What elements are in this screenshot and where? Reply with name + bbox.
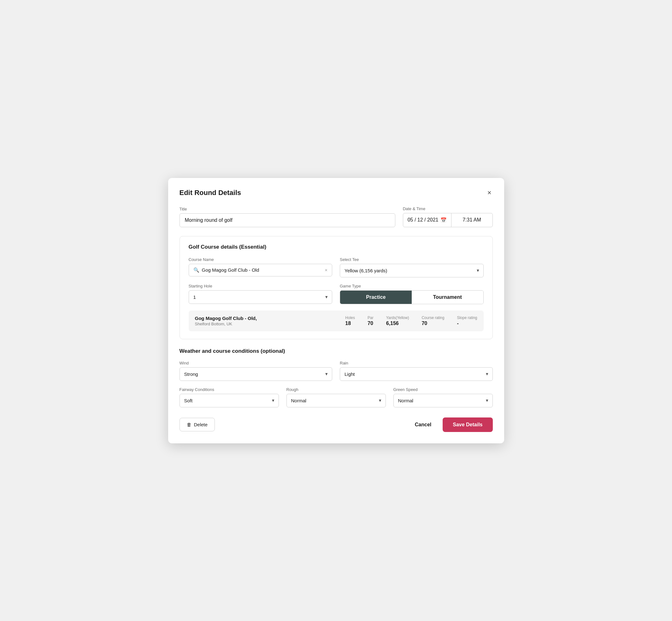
- green-speed-group: Green Speed Slow Normal Fast Very Fast ▾: [393, 387, 493, 407]
- fairway-select[interactable]: Dry Firm Normal Soft Wet: [179, 394, 279, 407]
- course-name-group: Course Name 🔍 ×: [189, 257, 333, 277]
- rain-label: Rain: [340, 361, 493, 365]
- game-type-label: Game Type: [340, 284, 484, 288]
- weather-section: Weather and course conditions (optional)…: [179, 348, 493, 407]
- time-part[interactable]: 7:31 AM: [452, 213, 493, 227]
- select-tee-group: Select Tee Yellow (6,156 yards) ▾: [340, 257, 484, 277]
- course-name-label: Course Name: [189, 257, 333, 262]
- rough-group: Rough Dry Normal Wet Very Rough ▾: [287, 387, 386, 407]
- par-value: 70: [368, 321, 373, 326]
- clear-icon[interactable]: ×: [325, 267, 328, 273]
- yards-label: Yards(Yellow): [386, 316, 409, 320]
- starting-hole-group: Starting Hole 1 10 ▾: [189, 284, 333, 304]
- course-rating-label: Course rating: [421, 316, 444, 320]
- select-tee-wrapper: Yellow (6,156 yards) ▾: [340, 264, 484, 277]
- fairway-group: Fairway Conditions Dry Firm Normal Soft …: [179, 387, 279, 407]
- holes-stat: Holes 18: [345, 316, 355, 326]
- practice-toggle-button[interactable]: Practice: [340, 291, 412, 304]
- starting-hole-select[interactable]: 1 10: [189, 290, 333, 304]
- course-bottom-row: Starting Hole 1 10 ▾ Game Type Practice …: [189, 284, 484, 304]
- course-info-name: Gog Magog Golf Club - Old,: [195, 316, 345, 321]
- date-part[interactable]: 05 / 12 / 2021 📅: [403, 213, 452, 227]
- tournament-toggle-button[interactable]: Tournament: [412, 291, 483, 304]
- yards-stat: Yards(Yellow) 6,156: [386, 316, 409, 326]
- holes-label: Holes: [345, 316, 355, 320]
- starting-hole-label: Starting Hole: [189, 284, 333, 288]
- weather-top-row: Wind Calm Light Moderate Strong Very Str…: [179, 361, 493, 381]
- course-rating-stat: Course rating 70: [421, 316, 444, 326]
- rain-select[interactable]: None Light Moderate Heavy: [340, 367, 493, 381]
- delete-button[interactable]: 🗑 Delete: [179, 418, 215, 431]
- footer-right: Cancel Save Details: [410, 417, 493, 432]
- weather-title: Weather and course conditions (optional): [179, 348, 493, 355]
- datetime-field-group: Date & Time 05 / 12 / 2021 📅 7:31 AM: [403, 206, 493, 227]
- course-stats: Holes 18 Par 70 Yards(Yellow) 6,156 Cour…: [345, 316, 477, 326]
- close-button[interactable]: ×: [486, 188, 493, 198]
- wind-select[interactable]: Calm Light Moderate Strong Very Strong: [179, 367, 333, 381]
- golf-course-section: Golf Course details (Essential) Course N…: [179, 236, 493, 339]
- wind-label: Wind: [179, 361, 333, 365]
- title-field-group: Title: [179, 207, 395, 227]
- datetime-label: Date & Time: [403, 206, 493, 211]
- par-label: Par: [368, 316, 374, 320]
- par-stat: Par 70: [368, 316, 374, 326]
- course-info-row: Gog Magog Golf Club - Old, Shelford Bott…: [189, 310, 484, 331]
- modal-title: Edit Round Details: [179, 189, 241, 197]
- title-label: Title: [179, 207, 395, 211]
- golf-course-title: Golf Course details (Essential): [189, 244, 484, 250]
- save-button[interactable]: Save Details: [443, 417, 493, 432]
- course-rating-value: 70: [421, 321, 427, 326]
- select-tee-input[interactable]: Yellow (6,156 yards): [340, 264, 484, 277]
- delete-label: Delete: [194, 422, 208, 427]
- green-speed-select-wrapper: Slow Normal Fast Very Fast ▾: [393, 394, 493, 407]
- course-name-input[interactable]: [202, 267, 323, 273]
- datetime-wrapper: 05 / 12 / 2021 📅 7:31 AM: [403, 213, 493, 227]
- rough-select-wrapper: Dry Normal Wet Very Rough ▾: [287, 394, 386, 407]
- green-speed-select[interactable]: Slow Normal Fast Very Fast: [393, 394, 493, 407]
- cancel-button[interactable]: Cancel: [410, 418, 436, 431]
- title-input[interactable]: [179, 213, 395, 227]
- fairway-select-wrapper: Dry Firm Normal Soft Wet ▾: [179, 394, 279, 407]
- calendar-icon: 📅: [440, 217, 447, 223]
- wind-select-wrapper: Calm Light Moderate Strong Very Strong ▾: [179, 367, 333, 381]
- slope-rating-value: -: [457, 321, 458, 326]
- rough-select[interactable]: Dry Normal Wet Very Rough: [287, 394, 386, 407]
- top-row: Title Date & Time 05 / 12 / 2021 📅 7:31 …: [179, 206, 493, 227]
- holes-value: 18: [345, 321, 351, 326]
- date-value: 05 / 12 / 2021: [408, 217, 438, 223]
- starting-hole-wrapper: 1 10 ▾: [189, 290, 333, 304]
- course-info-location: Shelford Bottom, UK: [195, 322, 345, 326]
- yards-value: 6,156: [386, 321, 399, 326]
- trash-icon: 🗑: [187, 422, 192, 427]
- game-type-toggle: Practice Tournament: [340, 290, 484, 304]
- green-speed-label: Green Speed: [393, 387, 493, 392]
- time-value: 7:31 AM: [463, 217, 481, 223]
- wind-group: Wind Calm Light Moderate Strong Very Str…: [179, 361, 333, 381]
- rain-group: Rain None Light Moderate Heavy ▾: [340, 361, 493, 381]
- rough-label: Rough: [287, 387, 386, 392]
- weather-bottom-row: Fairway Conditions Dry Firm Normal Soft …: [179, 387, 493, 407]
- edit-round-modal: Edit Round Details × Title Date & Time 0…: [168, 178, 504, 443]
- modal-header: Edit Round Details ×: [179, 188, 493, 198]
- course-top-row: Course Name 🔍 × Select Tee Yellow (6,156…: [189, 257, 484, 277]
- slope-rating-label: Slope rating: [457, 316, 477, 320]
- course-name-search-wrapper[interactable]: 🔍 ×: [189, 264, 333, 277]
- rain-select-wrapper: None Light Moderate Heavy ▾: [340, 367, 493, 381]
- select-tee-label: Select Tee: [340, 257, 484, 262]
- slope-rating-stat: Slope rating -: [457, 316, 477, 326]
- footer-row: 🗑 Delete Cancel Save Details: [179, 416, 493, 432]
- search-icon: 🔍: [194, 267, 199, 273]
- game-type-group: Game Type Practice Tournament: [340, 284, 484, 304]
- fairway-label: Fairway Conditions: [179, 387, 279, 392]
- course-name-block: Gog Magog Golf Club - Old, Shelford Bott…: [195, 316, 345, 326]
